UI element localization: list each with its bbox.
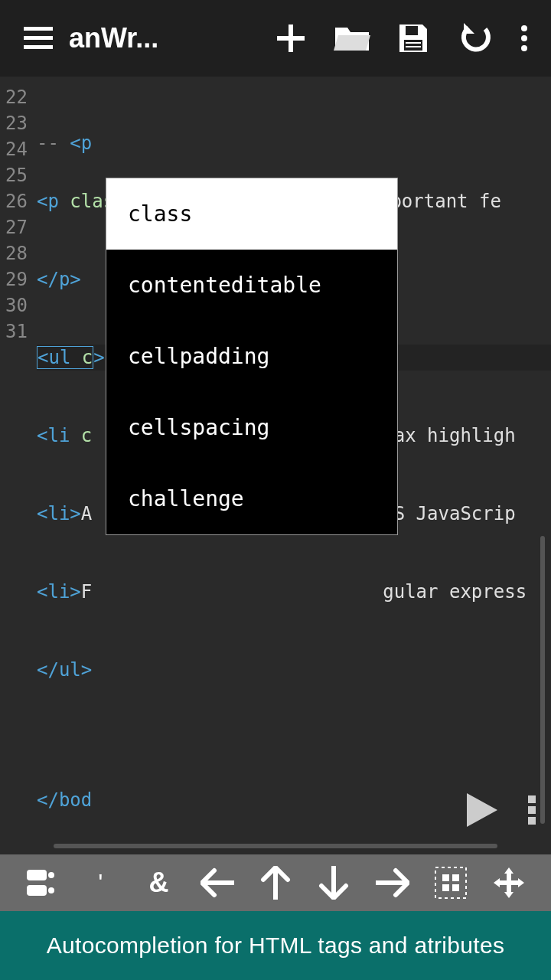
- arrow-down-icon[interactable]: [307, 860, 360, 906]
- caption-text: Autocompletion for HTML tags and atribut…: [47, 933, 504, 959]
- svg-rect-13: [528, 806, 536, 814]
- autocomplete-item[interactable]: cellspacing: [106, 392, 397, 463]
- arrow-right-icon[interactable]: [366, 860, 419, 906]
- overflow-menu-icon[interactable]: [505, 8, 543, 69]
- svg-rect-25: [500, 880, 518, 885]
- svg-rect-20: [442, 874, 449, 881]
- autocomplete-popup: class contenteditable cellpadding cellsp…: [106, 178, 398, 535]
- arrow-up-icon[interactable]: [249, 860, 302, 906]
- svg-rect-12: [528, 795, 536, 803]
- save-icon[interactable]: [383, 8, 444, 69]
- svg-rect-4: [277, 36, 305, 41]
- svg-rect-15: [27, 870, 47, 880]
- autocomplete-item[interactable]: cellpadding: [106, 321, 397, 392]
- svg-rect-1: [24, 36, 53, 40]
- apostrophe-key[interactable]: ': [73, 860, 127, 906]
- svg-point-16: [48, 872, 54, 878]
- svg-rect-8: [406, 46, 421, 47]
- new-file-icon[interactable]: [260, 8, 321, 69]
- app-title: anWr...: [69, 22, 176, 54]
- svg-rect-22: [442, 884, 449, 891]
- open-folder-icon[interactable]: [321, 8, 383, 69]
- svg-rect-7: [406, 42, 421, 44]
- line-number-gutter: 22 23 24 25 26 27 28 29 30 31: [0, 78, 37, 854]
- autocomplete-item[interactable]: contenteditable: [106, 250, 397, 321]
- svg-rect-6: [404, 40, 422, 51]
- svg-rect-17: [27, 885, 47, 896]
- vertical-scrollbar[interactable]: [540, 536, 545, 824]
- hamburger-menu-icon[interactable]: [8, 8, 69, 69]
- horizontal-scrollbar[interactable]: [54, 844, 497, 848]
- toggle-panel-icon[interactable]: [15, 860, 69, 906]
- top-toolbar: anWr...: [0, 0, 551, 77]
- svg-rect-14: [528, 817, 536, 825]
- svg-point-9: [521, 25, 527, 31]
- svg-point-18: [48, 887, 54, 893]
- svg-rect-23: [452, 884, 459, 891]
- svg-point-10: [521, 35, 527, 41]
- svg-rect-0: [24, 27, 53, 31]
- symbol-toolbar: ' &: [0, 854, 551, 911]
- autocomplete-item[interactable]: challenge: [106, 463, 397, 534]
- svg-rect-19: [435, 867, 466, 898]
- arrow-left-icon[interactable]: [191, 860, 244, 906]
- svg-rect-5: [406, 26, 418, 35]
- code-editor[interactable]: 22 23 24 25 26 27 28 29 30 31 -- <p <p c…: [0, 77, 551, 854]
- autocomplete-item[interactable]: class: [106, 178, 397, 250]
- move-drag-icon[interactable]: [482, 860, 536, 906]
- select-all-icon[interactable]: [424, 860, 478, 906]
- editor-overflow-icon[interactable]: [528, 795, 536, 825]
- ampersand-key[interactable]: &: [132, 860, 186, 906]
- svg-rect-21: [452, 874, 459, 881]
- svg-point-11: [521, 45, 527, 51]
- undo-icon[interactable]: [444, 8, 505, 69]
- svg-rect-2: [24, 45, 53, 49]
- run-play-icon[interactable]: [467, 793, 497, 827]
- caption-banner: Autocompletion for HTML tags and atribut…: [0, 911, 551, 980]
